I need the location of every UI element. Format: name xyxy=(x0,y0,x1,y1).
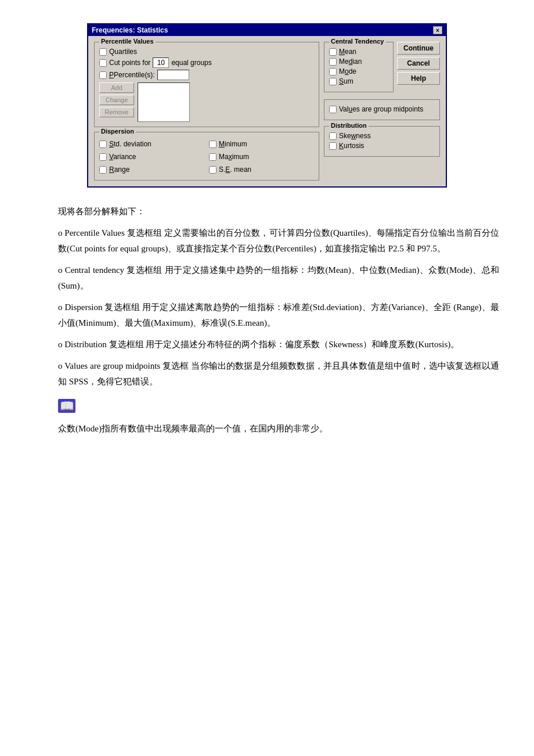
skewness-checkbox[interactable] xyxy=(329,132,337,140)
std-dev-checkbox[interactable] xyxy=(99,141,107,148)
variance-checkbox[interactable] xyxy=(99,153,107,161)
action-buttons: Continue Cancel Help xyxy=(397,42,440,92)
kurtosis-label: Kurtosis xyxy=(339,142,364,150)
article-para5: o Values are group midpoints 复选框 当你输出的数据… xyxy=(58,358,499,390)
sum-row: Sum xyxy=(329,77,388,85)
central-tendency-group: Central Tendency Mean Median Mode xyxy=(324,42,394,92)
midpoints-group: Values are group midpoints xyxy=(324,99,440,120)
minimum-row: Minimum xyxy=(209,140,314,148)
book-icon: 📖 xyxy=(58,399,75,413)
median-row: Median xyxy=(329,57,388,66)
percentile-buttons-area: Add Change Remove xyxy=(99,82,314,122)
maximum-checkbox[interactable] xyxy=(209,153,217,161)
mode-checkbox[interactable] xyxy=(329,68,337,75)
se-mean-row: S.E. mean xyxy=(209,165,314,174)
remove-button[interactable]: Remove xyxy=(99,107,134,117)
skewness-row: Skewness xyxy=(329,132,435,140)
percentiles-row: PPercentile(s): xyxy=(99,70,314,80)
std-dev-row: Std. deviation xyxy=(99,140,204,148)
kurtosis-row: Kurtosis xyxy=(329,142,435,150)
cutpoints-suffix: equal groups xyxy=(171,59,211,67)
sum-checkbox[interactable] xyxy=(329,78,337,85)
se-mean-checkbox[interactable] xyxy=(209,166,217,174)
cutpoints-checkbox[interactable] xyxy=(99,59,107,67)
minimum-label: Minimum xyxy=(219,140,247,148)
cancel-button[interactable]: Cancel xyxy=(397,57,440,70)
se-mean-label: S.E. mean xyxy=(219,165,251,174)
dispersion-title: Dispersion xyxy=(99,128,136,135)
frequencies-statistics-dialog: Frequencies: Statistics × Percentile Val… xyxy=(87,23,447,188)
article-para1: o Percentile Values 复选框组 定义需要输出的百分位数，可计算… xyxy=(58,225,499,257)
dispersion-group: Dispersion Std. deviation Minimum Var xyxy=(94,132,319,181)
add-button[interactable]: Add xyxy=(99,82,134,93)
range-label: Range xyxy=(109,165,129,174)
percentile-values-group: Percentile Values Quartiles Cut points f… xyxy=(94,42,319,127)
mode-label: Mode xyxy=(339,67,356,75)
range-checkbox[interactable] xyxy=(99,166,107,174)
midpoints-label: Values are group midpoints xyxy=(339,105,423,113)
article-intro: 现将各部分解释如下： xyxy=(58,204,499,219)
cutpoints-label: Cut points for xyxy=(109,59,150,67)
dialog-titlebar: Frequencies: Statistics × xyxy=(88,24,446,36)
cutpoints-input[interactable] xyxy=(153,57,169,68)
percentiles-checkbox[interactable] xyxy=(99,71,107,79)
sum-label: Sum xyxy=(339,77,353,85)
maximum-row: Maximum xyxy=(209,153,314,161)
minimum-checkbox[interactable] xyxy=(209,141,217,148)
skewness-label: Skewness xyxy=(339,132,371,140)
help-button[interactable]: Help xyxy=(397,72,440,85)
variance-label: Variance xyxy=(109,153,136,161)
article-para6: 众数(Mode)指所有数值中出现频率最高的一个值，在国内用的非常少。 xyxy=(58,421,499,437)
percentile-values-title: Percentile Values xyxy=(99,38,156,45)
article-para2: o Central tendency 复选框组 用于定义描述集中趋势的一组指标：… xyxy=(58,262,499,294)
mean-row: Mean xyxy=(329,48,388,56)
kurtosis-checkbox[interactable] xyxy=(329,142,337,150)
maximum-label: Maximum xyxy=(219,153,249,161)
continue-button[interactable]: Continue xyxy=(397,42,440,55)
mode-row: Mode xyxy=(329,67,388,75)
book-icon-block: 📖 xyxy=(58,399,499,415)
median-label: Median xyxy=(339,57,362,66)
percentile-list xyxy=(138,82,190,122)
quartiles-checkbox[interactable] xyxy=(99,48,107,56)
quartiles-row: Quartiles xyxy=(99,48,314,56)
mean-checkbox[interactable] xyxy=(329,48,337,56)
mean-label: Mean xyxy=(339,48,356,56)
dialog-right-panel: Central Tendency Mean Median Mode xyxy=(324,42,440,181)
central-tendency-title: Central Tendency xyxy=(329,38,386,45)
pct-action-buttons: Add Change Remove xyxy=(99,82,134,122)
dialog-title: Frequencies: Statistics xyxy=(92,26,168,34)
change-button[interactable]: Change xyxy=(99,95,134,105)
close-icon[interactable]: × xyxy=(433,26,442,34)
median-checkbox[interactable] xyxy=(329,58,337,66)
article-para3: o Dispersion 复选框组 用于定义描述离散趋势的一组指标：标准差(St… xyxy=(58,300,499,331)
right-top-area: Central Tendency Mean Median Mode xyxy=(324,42,440,92)
percentile-value-input[interactable] xyxy=(157,70,189,80)
quartiles-label: Quartiles xyxy=(109,48,137,56)
dialog-left-panel: Percentile Values Quartiles Cut points f… xyxy=(94,42,319,181)
percentiles-label: PPercentile(s): xyxy=(109,71,155,79)
midpoints-checkbox[interactable] xyxy=(329,106,337,113)
midpoints-row: Values are group midpoints xyxy=(329,105,435,113)
std-dev-label: Std. deviation xyxy=(109,140,151,148)
article-para4: o Distribution 复选框组 用于定义描述分布特征的两个指标：偏度系数… xyxy=(58,337,499,352)
dispersion-grid: Std. deviation Minimum Variance Max xyxy=(99,138,314,175)
range-row: Range xyxy=(99,165,204,174)
distribution-title: Distribution xyxy=(329,122,369,129)
article-body: 现将各部分解释如下： o Percentile Values 复选框组 定义需要… xyxy=(35,204,499,437)
variance-row: Variance xyxy=(99,153,204,161)
distribution-group: Distribution Skewness Kurtosis xyxy=(324,126,440,157)
cutpoints-row: Cut points for equal groups xyxy=(99,57,314,68)
